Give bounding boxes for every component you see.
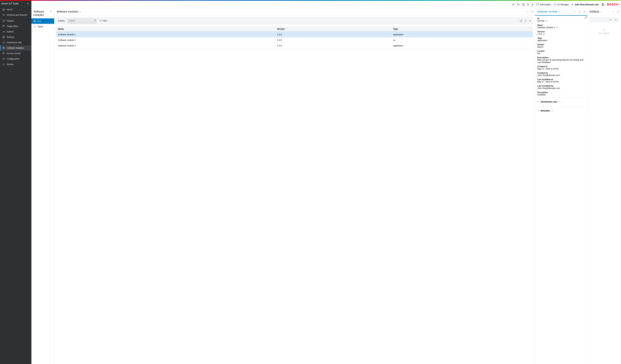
info-icon[interactable]	[551, 110, 553, 112]
info-icon[interactable]	[558, 11, 561, 13]
section-icon[interactable]: §	[527, 3, 529, 6]
info-icon[interactable]	[600, 11, 603, 13]
subnav-item-label: List	[37, 20, 41, 22]
copy-icon[interactable]	[545, 20, 548, 22]
add-button[interactable]	[529, 20, 531, 22]
modules-toolbar: 3 items Filter	[56, 17, 533, 24]
expand-icon[interactable]	[617, 11, 619, 13]
book-icon[interactable]	[522, 3, 525, 6]
panel-title: Software modules	[56, 10, 78, 13]
modules-panel: Software modules 3 items	[54, 8, 535, 364]
sidebar-item-target-filters[interactable]: Target filters	[0, 24, 31, 29]
iot-manager-link[interactable]: IoT Manager	[554, 3, 569, 6]
bosch-ring-icon	[601, 3, 604, 6]
sidebar-item-access-control[interactable]: Access control	[0, 51, 31, 56]
svg-rect-14	[34, 20, 36, 22]
svg-rect-11	[554, 4, 556, 5]
svg-point-15	[34, 26, 35, 27]
refresh-button[interactable]	[520, 20, 522, 22]
table-row[interactable]: Software Module 1 1.0.0 application	[56, 32, 533, 37]
svg-rect-2	[3, 47, 4, 49]
svg-rect-25	[543, 33, 544, 34]
subnav-item-types[interactable]: Types	[31, 24, 54, 29]
svg-point-13	[602, 3, 604, 6]
gear-icon	[2, 57, 5, 60]
copy-icon[interactable]	[556, 26, 558, 29]
sidebar-item-distribution-sets[interactable]: Distribution sets	[0, 40, 31, 45]
sidebar-close-icon[interactable]	[27, 2, 29, 5]
sidebar-item-label: Rollouts	[7, 36, 15, 38]
svg-rect-23	[556, 27, 557, 28]
sidebar-item-label: Quotas	[7, 63, 14, 65]
sidebar-item-label: Targets	[7, 20, 14, 22]
sidebar-item-configuration[interactable]: Configuration	[0, 56, 31, 62]
subscription-link[interactable]: Subscription	[536, 3, 551, 6]
module-icon	[2, 47, 5, 49]
actions-icon	[2, 30, 5, 33]
share-icon[interactable]	[512, 3, 515, 6]
expand-icon[interactable]	[531, 11, 533, 13]
info-icon[interactable]	[558, 101, 561, 103]
chevron-down-icon	[537, 110, 539, 112]
name-value: Software Module 1	[537, 26, 555, 29]
svg-rect-22	[556, 27, 558, 28]
svg-point-7	[514, 3, 514, 4]
table-row[interactable]: Software module 3 1.0.0 application	[56, 43, 533, 48]
subnav-close-icon[interactable]	[50, 10, 52, 13]
package-icon	[2, 36, 5, 38]
search-input[interactable]	[67, 18, 97, 23]
sidebar-item-home[interactable]: Home	[0, 7, 31, 12]
svg-rect-10	[536, 4, 538, 5]
types-icon	[34, 25, 36, 28]
expand-icon[interactable]	[579, 11, 581, 13]
device-icon	[2, 19, 5, 22]
filter-button[interactable]: Filter	[99, 20, 107, 22]
metadata-section[interactable]: Metadata	[537, 109, 585, 113]
sidebar-item-targets[interactable]: Targets	[0, 18, 31, 24]
app-title: Bosch IoT Suite	[1, 2, 18, 5]
sidebar-item-software-modules[interactable]: Software modules	[0, 45, 31, 51]
phone-icon[interactable]	[517, 3, 520, 6]
sidebar-item-actions[interactable]: Actions	[0, 29, 31, 34]
sidebar-item-label: Distribution sets	[7, 41, 22, 44]
svg-point-12	[572, 4, 573, 4]
users-icon	[2, 52, 5, 55]
user-menu[interactable]: John.Doe@domain.com	[571, 3, 599, 6]
col-type[interactable]: Type	[391, 26, 533, 32]
subnav-item-list[interactable]: List	[31, 18, 54, 24]
svg-rect-24	[544, 34, 545, 35]
details-panel: Software module	[535, 8, 587, 364]
artifacts-toolbar	[589, 17, 619, 22]
sidebar-item-rollouts[interactable]: Rollouts	[0, 34, 31, 40]
distribution-sets-section[interactable]: Distribution sets	[537, 100, 585, 104]
svg-point-5	[3, 59, 4, 59]
info-icon[interactable]	[79, 11, 81, 13]
col-name[interactable]: Name	[56, 26, 275, 32]
bell-icon[interactable]	[531, 3, 534, 6]
close-icon[interactable]	[583, 11, 586, 13]
copy-icon[interactable]	[543, 33, 545, 35]
sidebar-item-quotas[interactable]: Quotas	[0, 62, 31, 67]
main-sidebar: Bosch IoT Suite Home Services and featur…	[0, 1, 31, 364]
minimize-icon[interactable]	[612, 11, 615, 13]
settings-button[interactable]	[524, 20, 527, 22]
minimize-icon[interactable]	[574, 11, 576, 13]
modified-at-value: May 27, 2024 9:26 PM	[537, 80, 559, 83]
sidebar-item-label: Target filters	[7, 25, 18, 28]
id-value: 247495	[537, 20, 544, 22]
add-button[interactable]	[615, 18, 617, 21]
svg-rect-1	[3, 20, 4, 22]
sidebar-item-label: Access control	[7, 52, 20, 55]
sidebar-item-label: Configuration	[7, 58, 19, 60]
sidebar-item-services[interactable]: Services and features	[0, 12, 31, 18]
svg-rect-21	[546, 20, 547, 21]
svg-point-4	[4, 52, 4, 53]
created-at-value: May 27, 2024 9:26 PM	[537, 67, 559, 70]
settings-button[interactable]	[609, 18, 612, 21]
tools-icon[interactable]	[585, 16, 587, 19]
minimize-icon[interactable]	[526, 11, 528, 13]
table-row[interactable]: Software module 2 1.0.0 os	[56, 37, 533, 43]
search-icon[interactable]	[94, 19, 96, 22]
col-version[interactable]: Version	[275, 26, 391, 32]
sidebar-item-label: Actions	[7, 31, 14, 33]
